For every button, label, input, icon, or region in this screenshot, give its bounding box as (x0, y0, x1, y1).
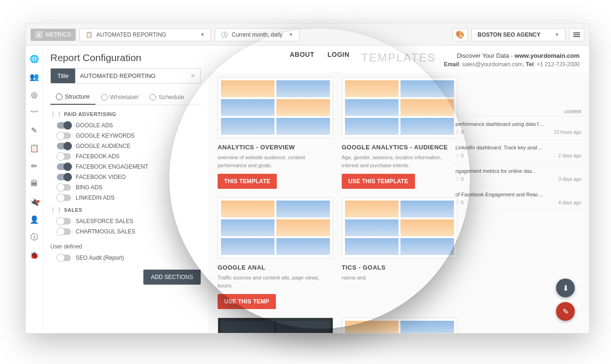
globe-icon[interactable]: 🌐 (31, 55, 38, 62)
add-sections-button[interactable]: ADD SECTIONS (143, 270, 201, 285)
activity-time: 3 days ago (558, 177, 581, 182)
template-card: GOOGLE ANALYTICS SEO DASHBOARD - AUDIENC… (218, 318, 333, 333)
clear-icon[interactable]: ✕ (190, 72, 196, 79)
toggle-switch[interactable] (57, 218, 71, 225)
toggle-switch[interactable] (57, 132, 71, 139)
drag-handle-icon[interactable]: ⋮⋮ (50, 111, 62, 117)
toggle-switch[interactable] (57, 184, 71, 191)
drag-handle-icon[interactable]: ⋮⋮ (50, 207, 62, 213)
account-icon[interactable]: 👤 (31, 216, 38, 223)
people-icon[interactable]: 👥 (31, 73, 38, 80)
report-dropdown[interactable]: 📋 AUTOMATED REPORTING ▼ (79, 28, 211, 41)
toggle-label: GOOGLE AUDIENCE (76, 143, 131, 149)
use-template-button[interactable]: USE THIS TEMPLATE (342, 174, 415, 189)
toggle-row[interactable]: SALESFORCE SALES (50, 216, 201, 226)
plug-icon[interactable]: 🔌 (31, 198, 38, 205)
toggle-row[interactable]: GOOGLE KEYWORDS (50, 131, 201, 141)
like-count: ♡ 0 (455, 177, 463, 182)
template-card: GOO AUD (342, 318, 457, 333)
pencil-icon[interactable]: ✏ (31, 162, 38, 170)
card-desc: overview of website audience, content pe… (218, 154, 333, 169)
toggle-row[interactable]: FACEBOOK ADS (50, 151, 201, 162)
activity-time: 2 days ago (558, 153, 581, 158)
card-thumbnail[interactable] (218, 318, 333, 333)
activity-icon[interactable]: 〰 (31, 108, 38, 116)
section-head: ⋮⋮ SALES (50, 207, 201, 213)
edit-fab[interactable]: ✎ (556, 302, 575, 321)
activity-row-title: LinkedIn dashboard. Track key anal… (455, 145, 581, 150)
toggle-row[interactable]: GOOGLE AUDIENCE (50, 141, 201, 151)
metrics-button[interactable]: + METRICS (31, 29, 76, 41)
card-thumbnail[interactable] (218, 77, 333, 138)
config-tabs: Structure Whitelabel Schedule (50, 89, 201, 105)
pencil-icon: ✎ (563, 307, 569, 316)
bug-icon[interactable]: 🐞 (31, 251, 38, 259)
activity-row[interactable]: LinkedIn dashboard. Track key anal…♡ 02 … (453, 140, 584, 163)
chevron-down-icon: ▼ (555, 32, 559, 37)
panel-title: Report Configuration (50, 52, 201, 63)
activity-row[interactable]: of Facebook Engagement and Reac…♡ 04 day… (453, 187, 584, 210)
chevron-down-icon: ▼ (289, 32, 293, 37)
toggle-switch[interactable] (57, 255, 71, 261)
theme-toggle-button[interactable]: 🎨 (453, 28, 468, 41)
toggle-switch[interactable] (57, 163, 71, 170)
menu-button[interactable] (569, 28, 584, 41)
card-title: TICS - GOALS (342, 264, 457, 271)
card-title: GOOGLE ANAL (218, 264, 333, 271)
toggle-switch[interactable] (57, 153, 71, 160)
period-dropdown[interactable]: 🕓 Current month, daily ▼ (215, 28, 299, 41)
toggle-row[interactable]: FACEBOOK ENGAGEMENT (50, 162, 201, 172)
templates-bg-title: TEMPLATES (361, 51, 436, 64)
toggle-row[interactable]: BING ADS (50, 182, 201, 193)
agency-dropdown[interactable]: BOSTON SEO AGENCY ▼ (471, 28, 565, 41)
template-card: GOOGLE ANALTraffic sources and content s… (218, 197, 333, 309)
user-defined-item[interactable]: SEO Audit (Report) (50, 253, 201, 263)
toggle-label: LINKEDIN ADS (76, 194, 115, 201)
toggle-label: SEO Audit (Report) (76, 255, 124, 261)
card-desc: Age, gender, sessions, location informat… (342, 154, 457, 169)
toggle-row[interactable]: CHARTMOGUL SALES (50, 226, 201, 237)
activity-row-title: of Facebook Engagement and Reac… (455, 192, 581, 197)
toggle-row[interactable]: GOOGLE ADS (50, 120, 201, 131)
activity-row[interactable]: ngagement metrics for online das…♡ 03 da… (453, 163, 584, 187)
card-desc: rsions and (342, 274, 457, 289)
toggle-switch[interactable] (57, 228, 71, 235)
period-dropdown-label: Current month, daily (232, 31, 282, 38)
activity-row[interactable]: performance dashboard using data f…♡ 015… (453, 116, 584, 140)
toggle-label: SALESFORCE SALES (76, 218, 133, 225)
toggle-row[interactable]: LINKEDIN ADS (50, 193, 201, 203)
toggle-switch[interactable] (57, 122, 71, 129)
clipboard-icon[interactable]: 📋 (31, 144, 38, 152)
like-count: ♡ 0 (455, 153, 463, 158)
card-thumbnail[interactable] (342, 77, 457, 138)
use-template-button[interactable]: USE THIS TEMP (218, 294, 276, 309)
tab-schedule[interactable]: Schedule (144, 89, 189, 105)
like-count: ♡ 0 (455, 200, 463, 205)
paint-icon: 🎨 (455, 30, 465, 39)
use-template-button[interactable]: THIS TEMPLATE (218, 174, 277, 189)
card-thumbnail[interactable] (342, 318, 457, 333)
tab-whitelabel[interactable]: Whitelabel (95, 89, 144, 105)
template-card: GOOGLE ANALYTICS - AUDIENCEAge, gender, … (342, 77, 457, 189)
info-icon[interactable]: ⓘ (31, 233, 38, 241)
metrics-label: METRICS (46, 31, 71, 38)
tab-structure[interactable]: Structure (50, 89, 95, 105)
title-input[interactable]: AUTOMATED REPORTING ✕ (75, 69, 200, 83)
edit-icon[interactable]: ✎ (31, 126, 38, 134)
toggle-switch[interactable] (57, 143, 71, 149)
activity-row-title: ngagement metrics for online das… (455, 168, 581, 174)
toggle-switch[interactable] (57, 194, 71, 201)
card-title: ANALYTICS - OVERVIEW (218, 144, 333, 151)
user-defined-head: User defined (50, 243, 201, 250)
card-thumbnail[interactable] (342, 197, 457, 258)
download-fab[interactable]: ⬇ (556, 279, 575, 297)
toggle-row[interactable]: FACEBOOK VIDEO (50, 172, 201, 182)
agency-dropdown-label: BOSTON SEO AGENCY (478, 31, 540, 38)
target-icon[interactable]: ◎ (31, 91, 38, 98)
download-icon: ⬇ (563, 284, 569, 293)
bank-icon[interactable]: 🏛 (31, 180, 38, 187)
whitelabel-icon (101, 94, 108, 101)
card-thumbnail[interactable] (218, 197, 333, 258)
toggle-label: GOOGLE ADS (76, 122, 113, 129)
toggle-switch[interactable] (57, 174, 71, 180)
